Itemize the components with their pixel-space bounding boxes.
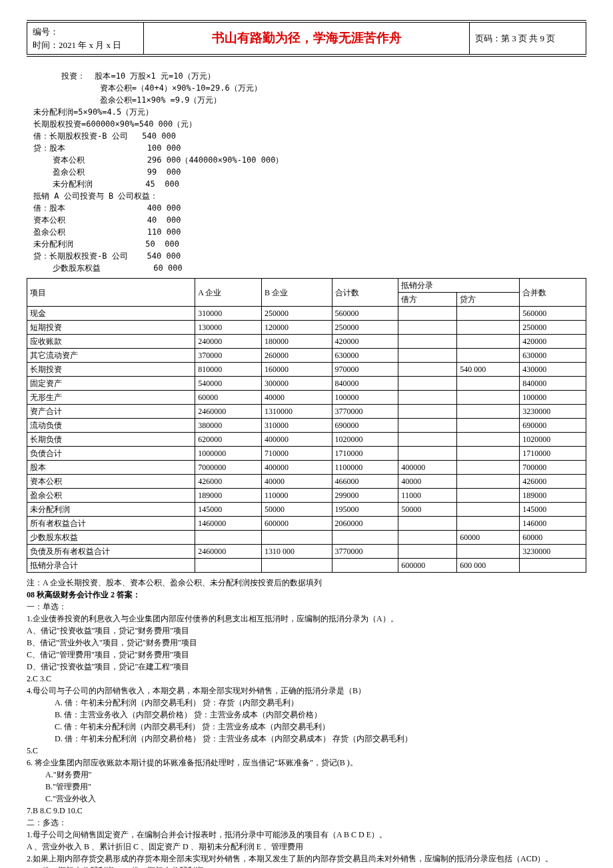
calc-line: 借：股本 400 000 [33,202,586,214]
cell: 2460000 [195,545,262,559]
table-row: 现金310000250000560000560000 [27,307,586,321]
cell: 630000 [520,349,586,363]
cell: 所有者权益合计 [27,517,195,531]
q4-opt-a: A. 借：年初未分配利润（内部交易毛利） 贷：存货（内部交易毛利） [27,697,586,709]
table-row: 流动负债380000310000690000690000 [27,419,586,433]
table-row: 盈余公积18900011000029900011000189000 [27,489,586,503]
cell: 250000 [262,307,332,321]
q4-opt-d: D. 借：年初未分配利润（内部交易价格） 贷：主营业务成本（内部交易成本） 存货… [27,733,586,745]
calc-line: 贷：股本 100 000 [33,142,586,154]
cell: 100000 [520,391,586,405]
mq1-opts: A 、营业外收入 B 、累计折旧 C 、固定资产 D 、期初未分配利润 E 、管… [27,841,586,853]
cell: 50000 [398,503,457,517]
q5: 5.C [27,745,586,757]
cell [457,405,520,419]
cell: 抵销分录合计 [27,559,195,573]
cell: 970000 [332,363,398,377]
cell: 负债及所有者权益合计 [27,545,195,559]
cell [398,545,457,559]
section1-title: 一：单选： [27,601,586,613]
cell: 少数股东权益 [27,531,195,545]
cell: 1460000 [195,517,262,531]
cell: 400000 [262,433,332,447]
cell [398,531,457,545]
table-row: 无形生产6000040000100000100000 [27,391,586,405]
cell: 160000 [262,363,332,377]
cell: 2460000 [195,405,262,419]
cell: 700000 [520,461,586,475]
header-title: 书山有路勤为径，学海无涯苦作舟 [144,23,470,55]
cell: 100000 [332,391,398,405]
q6: 6. 将企业集团内部应收账款本期计提的坏账准备抵消处理时，应当借记"坏账准备"，… [27,757,586,769]
col-credit: 贷方 [457,293,520,307]
cell [195,559,262,573]
cell: 1000000 [195,447,262,461]
table-note: 注：A 企业长期投资、股本、资本公积、盈余公积、未分配利润按投资后的数据填列 [27,577,586,589]
cell: 1020000 [520,433,586,447]
calc-line: 贷：长期股权投资-B 公司 540 000 [33,250,586,262]
top-rule [27,20,586,21]
cell [398,363,457,377]
cell: 146000 [520,517,586,531]
page-label: 页码：第 3 页 共 9 页 [470,23,586,55]
q1-opt-c: C、借记"管理费用"项目，贷记"财务费用"项目 [27,649,586,661]
cell [332,559,398,573]
q4-opt-b: B. 借：主营业务收入（内部交易价格） 贷：主营业务成本（内部交易价格） [27,709,586,721]
cell [398,419,457,433]
cell: 600 000 [457,559,520,573]
q4-opt-c: C. 借：年初未分配利润（内部交易毛利） 贷：主营业务成本（内部交易毛利） [27,721,586,733]
q1-opt-b: B、借记"营业外收入"项目，贷记"财务费用"项目 [27,637,586,649]
q1-opt-a: A、借记"投资收益"项目，贷记"财务费用"项目 [27,625,586,637]
cell: 400000 [398,461,457,475]
cell: 40000 [262,475,332,489]
cell: 600000 [398,559,457,573]
cell [262,531,332,545]
cell: 1710000 [520,447,586,461]
cell: 540 000 [457,363,520,377]
col-debit: 借方 [398,293,457,307]
calc-line: 盈余公积 110 000 [33,226,586,238]
cell [398,335,457,349]
cell [457,503,520,517]
cell: 560000 [520,307,586,321]
table-row: 资本公积4260004000046600040000426000 [27,475,586,489]
q1: 1.企业债券投资的利息收入与企业集团内部应付债券的利息支出相互抵消时，应编制的抵… [27,613,586,625]
table-row: 长期投资810000160000970000540 000430000 [27,363,586,377]
cell [457,545,520,559]
table-row: 其它流动资产370000260000630000630000 [27,349,586,363]
table-row: 负债合计100000071000017100001710000 [27,447,586,461]
cell: 250000 [520,321,586,335]
cell: 无形生产 [27,391,195,405]
cell [457,349,520,363]
cell [520,559,586,573]
table-row: 少数股东权益6000060000 [27,531,586,545]
cell: 110000 [262,489,332,503]
cell: 690000 [520,419,586,433]
cell: 长期负债 [27,433,195,447]
cell: 1020000 [332,433,398,447]
cell: 426000 [520,475,586,489]
cell [398,321,457,335]
table-row: 股本70000004000001100000400000700000 [27,461,586,475]
calc-line: 未分配利润 45 000 [33,178,586,190]
cell: 430000 [520,363,586,377]
cell: 1310000 [262,405,332,419]
cell: 短期投资 [27,321,195,335]
cell: 380000 [195,419,262,433]
calc-line: 资本公积=（40+4）×90%-10=29.6（万元） [33,82,586,94]
col-total: 合计数 [332,279,398,307]
cell [398,517,457,531]
col-a: A 企业 [195,279,262,307]
cell: 420000 [520,335,586,349]
cell: 2060000 [332,517,398,531]
cell: 负债合计 [27,447,195,461]
cell: 180000 [262,335,332,349]
q1-opt-d: D、借记"投资收益"项目，贷记"在建工程"项目 [27,661,586,673]
cell [398,405,457,419]
cell: 未分配利润 [27,503,195,517]
table-row: 应收账款240000180000420000420000 [27,335,586,349]
cell: 7000000 [195,461,262,475]
cell: 145000 [195,503,262,517]
cell: 40000 [398,475,457,489]
table-row: 负债及所有者权益合计24600001310 00037700003230000 [27,545,586,559]
